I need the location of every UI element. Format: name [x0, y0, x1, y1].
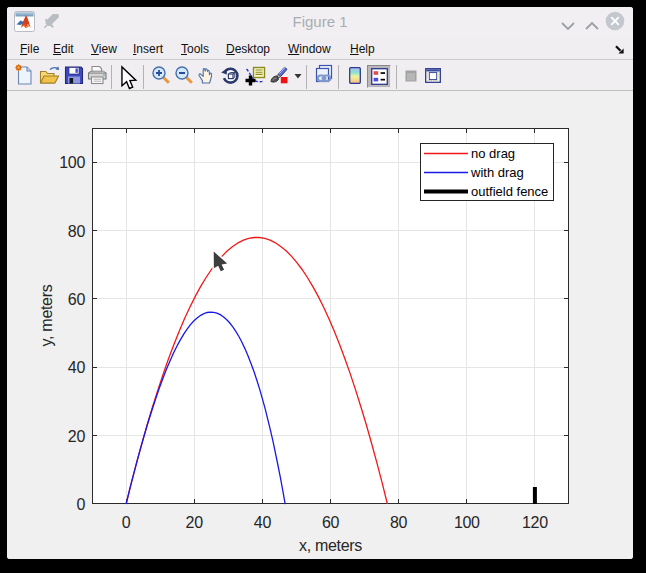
svg-text:60: 60: [68, 291, 86, 308]
svg-text:0: 0: [122, 514, 131, 531]
svg-text:80: 80: [68, 223, 86, 240]
svg-text:outfield fence: outfield fence: [471, 184, 548, 199]
svg-text:100: 100: [59, 154, 85, 171]
svg-text:80: 80: [390, 514, 408, 531]
svg-text:20: 20: [186, 514, 204, 531]
svg-text:y, meters: y, meters: [38, 284, 55, 346]
svg-text:40: 40: [254, 514, 272, 531]
svg-text:x, meters: x, meters: [299, 537, 362, 554]
svg-text:120: 120: [522, 514, 548, 531]
svg-text:with drag: with drag: [470, 165, 524, 180]
svg-text:60: 60: [322, 514, 340, 531]
svg-text:40: 40: [68, 359, 86, 376]
svg-text:20: 20: [68, 428, 86, 445]
svg-text:no drag: no drag: [471, 146, 515, 161]
svg-text:100: 100: [454, 514, 480, 531]
svg-text:0: 0: [76, 496, 85, 513]
